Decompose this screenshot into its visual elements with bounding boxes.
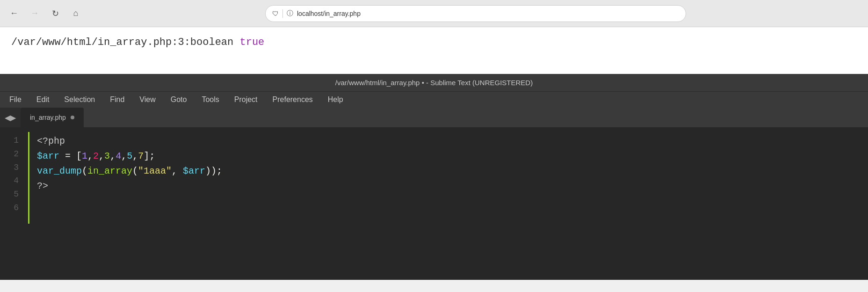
tab-modified-dot — [71, 116, 74, 119]
line-num-1: 1 — [0, 134, 19, 147]
nav-buttons: ← → ↻ ⌂ — [6, 5, 84, 22]
menu-view[interactable]: View — [137, 95, 157, 105]
editor-title-text: /var/www/html/in_array.php • - Sublime T… — [335, 79, 533, 87]
line-num-3: 3 — [0, 161, 19, 175]
menu-help[interactable]: Help — [326, 95, 345, 105]
code-line-5 — [37, 194, 868, 209]
address-divider — [282, 9, 283, 18]
reload-button[interactable]: ↻ — [47, 5, 64, 22]
editor-tabs: ◀▶ in_array.php — [0, 108, 868, 127]
menu-tools[interactable]: Tools — [200, 95, 221, 105]
line-num-4: 4 — [0, 174, 19, 188]
menu-preferences[interactable]: Preferences — [271, 95, 315, 105]
code-area: 1 2 3 4 5 6 <?php $arr = [1,2,3,4,5,7]; … — [0, 127, 868, 228]
menu-find[interactable]: Find — [108, 95, 126, 105]
browser-chrome: ← → ↻ ⌂ 🛡 ⓘ localhost/in_array.php — [0, 0, 868, 27]
line-num-2: 2 — [0, 147, 19, 161]
code-line-6 — [37, 209, 868, 224]
sublime-editor: /var/www/html/in_array.php • - Sublime T… — [0, 74, 868, 280]
code-line-1: <?php — [37, 134, 868, 149]
menu-selection[interactable]: Selection — [62, 95, 97, 105]
code-lines: <?php $arr = [1,2,3,4,5,7]; var_dump(in_… — [28, 132, 868, 224]
output-line: /var/www/html/in_array.php:3:boolean tru… — [11, 36, 857, 48]
code-line-4: ?> — [37, 179, 868, 194]
url-text: localhost/in_array.php — [297, 10, 361, 17]
tab-filename: in_array.php — [30, 114, 66, 121]
home-button[interactable]: ⌂ — [67, 5, 84, 22]
info-icon: ⓘ — [287, 9, 293, 18]
tab-in-array[interactable]: in_array.php — [21, 108, 84, 127]
tab-nav-arrows[interactable]: ◀▶ — [0, 108, 21, 127]
back-button[interactable]: ← — [6, 5, 22, 22]
line-numbers: 1 2 3 4 5 6 — [0, 132, 28, 224]
code-line-3: var_dump(in_array("1aaa", $arr)); — [37, 164, 868, 179]
address-bar[interactable]: 🛡 ⓘ localhost/in_array.php — [265, 5, 686, 22]
code-line-2: $arr = [1,2,3,4,5,7]; — [37, 149, 868, 164]
forward-button[interactable]: → — [26, 5, 43, 22]
browser-content: /var/www/html/in_array.php:3:boolean tru… — [0, 27, 868, 74]
output-value: true — [239, 36, 264, 48]
menu-file[interactable]: File — [7, 95, 23, 105]
menu-edit[interactable]: Edit — [35, 95, 51, 105]
line-num-6: 6 — [0, 201, 19, 215]
editor-menubar: File Edit Selection Find View Goto Tools… — [0, 91, 868, 108]
line-num-5: 5 — [0, 188, 19, 201]
menu-goto[interactable]: Goto — [169, 95, 189, 105]
shield-icon: 🛡 — [272, 10, 279, 17]
output-path: /var/www/html/in_array.php:3:boolean — [11, 36, 239, 48]
editor-titlebar: /var/www/html/in_array.php • - Sublime T… — [0, 74, 868, 91]
menu-project[interactable]: Project — [232, 95, 260, 105]
